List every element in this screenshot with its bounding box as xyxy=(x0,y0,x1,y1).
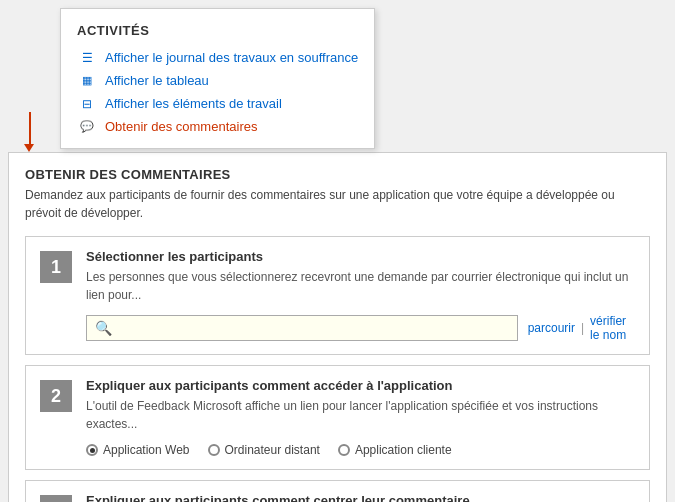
main-section-desc: Demandez aux participants de fournir des… xyxy=(25,186,650,222)
step-3-content: Expliquer aux participants comment centr… xyxy=(86,493,635,502)
menu-item-journal[interactable]: Afficher le journal des travaux en souff… xyxy=(61,46,374,69)
arrow-line xyxy=(29,112,31,144)
step-1-title: Sélectionner les participants xyxy=(86,249,635,264)
participant-search-row: 🔍 xyxy=(86,315,518,341)
main-content-area: OBTENIR DES COMMENTAIRES Demandez aux pa… xyxy=(8,152,667,502)
radio-web-app[interactable]: Application Web xyxy=(86,443,190,457)
comment-icon xyxy=(77,120,97,134)
app-type-radio-group: Application Web Ordinateur distant Appli… xyxy=(86,443,635,457)
menu-item-tableau-label: Afficher le tableau xyxy=(105,73,209,88)
menu-item-elements[interactable]: Afficher les éléments de travail xyxy=(61,92,374,115)
list-icon xyxy=(77,51,97,65)
step-1-number: 1 xyxy=(40,251,72,283)
table-icon xyxy=(77,74,97,88)
arrow-indicator xyxy=(22,112,34,152)
step-2-number: 2 xyxy=(40,380,72,412)
verify-link[interactable]: vérifier le nom xyxy=(590,314,635,342)
arrow-head xyxy=(24,144,34,152)
step-2-desc: L'outil de Feedback Microsoft affiche un… xyxy=(86,397,635,433)
browse-link[interactable]: parcourir xyxy=(528,321,575,335)
step-1-desc: Les personnes que vous sélectionnerez re… xyxy=(86,268,635,304)
radio-remote-computer-circle xyxy=(208,444,220,456)
step-1-content: Sélectionner les participants Les person… xyxy=(86,249,635,342)
radio-web-app-label: Application Web xyxy=(103,443,190,457)
search-icon: 🔍 xyxy=(95,320,112,336)
menu-item-commentaires[interactable]: Obtenir des commentaires xyxy=(61,115,374,138)
participant-search-input[interactable] xyxy=(118,321,509,335)
menu-item-journal-label: Afficher le journal des travaux en souff… xyxy=(105,50,358,65)
menu-item-tableau[interactable]: Afficher le tableau xyxy=(61,69,374,92)
step-2-section: 2 Expliquer aux participants comment acc… xyxy=(25,365,650,470)
work-icon xyxy=(77,97,97,111)
step-2-title: Expliquer aux participants comment accéd… xyxy=(86,378,635,393)
radio-web-app-circle xyxy=(86,444,98,456)
radio-client-app[interactable]: Application cliente xyxy=(338,443,452,457)
menu-item-commentaires-label: Obtenir des commentaires xyxy=(105,119,257,134)
step-3-title: Expliquer aux participants comment centr… xyxy=(86,493,635,502)
menu-item-elements-label: Afficher les éléments de travail xyxy=(105,96,282,111)
radio-client-app-label: Application cliente xyxy=(355,443,452,457)
search-action-links: parcourir | vérifier le nom xyxy=(528,314,635,342)
radio-remote-computer-label: Ordinateur distant xyxy=(225,443,320,457)
radio-client-app-circle xyxy=(338,444,350,456)
dropdown-title: ACTIVITÉS xyxy=(61,19,374,46)
step-1-section: 1 Sélectionner les participants Les pers… xyxy=(25,236,650,355)
step-3-number: 3 xyxy=(40,495,72,502)
step-3-section: 3 Expliquer aux participants comment cen… xyxy=(25,480,650,502)
radio-remote-computer[interactable]: Ordinateur distant xyxy=(208,443,320,457)
main-section-title: OBTENIR DES COMMENTAIRES xyxy=(25,167,650,182)
step-2-content: Expliquer aux participants comment accéd… xyxy=(86,378,635,457)
link-separator: | xyxy=(581,321,584,335)
activities-dropdown: ACTIVITÉS Afficher le journal des travau… xyxy=(60,8,375,149)
